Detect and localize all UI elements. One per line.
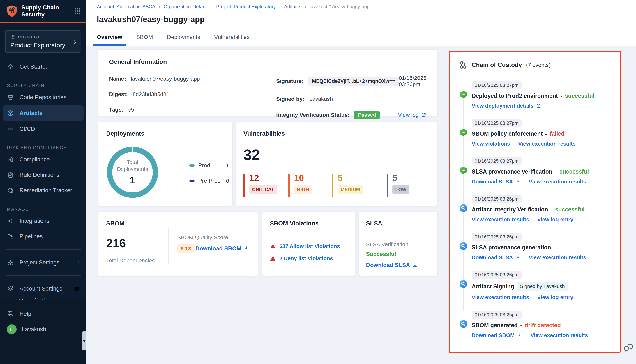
- view-execution-results-link[interactable]: View execution results: [529, 254, 586, 260]
- sidebar-item-help[interactable]: ? Help: [0, 306, 86, 322]
- donut-center-label: Total Deployments: [115, 159, 150, 172]
- breadcrumb-organization[interactable]: Organization: default: [164, 4, 208, 10]
- infinity-icon: [6, 126, 14, 132]
- severity-critical: 12 CRITICAL: [244, 174, 288, 197]
- view-execution-results-link[interactable]: View execution results: [518, 141, 576, 147]
- sidebar-item-code-repositories[interactable]: Code Repositories: [0, 90, 86, 105]
- sidebar-item-rule-definitions[interactable]: Rule Definitions: [0, 167, 86, 183]
- chain-timeline: ∞ 01/16/2025 03:27pm Deployed to Prod2 e…: [459, 81, 613, 338]
- legend-swatch-pre-prod: [189, 180, 194, 182]
- severity-badge: HIGH: [294, 185, 312, 194]
- card-title: SLSA: [366, 220, 430, 227]
- event-status: successful: [559, 168, 589, 175]
- slsa-verification-label: SLSA Verification: [366, 241, 430, 248]
- tab-overview[interactable]: Overview: [97, 34, 122, 46]
- allow-list-violations-row: 637 Allow list Violations: [270, 243, 348, 249]
- download-icon: [515, 255, 520, 260]
- severity-count: 5: [338, 174, 387, 182]
- sidebar-section-supply-chain: SUPPLY CHAIN: [0, 83, 86, 88]
- chain-event: ∞ 01/16/2025 03:27pm SLSA provenance ver…: [459, 157, 613, 185]
- cube-wrench-icon: [6, 187, 14, 194]
- project-selector[interactable]: PROJECT Product Exploratory ›: [5, 30, 81, 53]
- view-deployment-details-link[interactable]: View deployment details: [472, 103, 541, 109]
- chain-event: 01/16/2025 03:26pm Artifact Integrity Ve…: [459, 195, 613, 223]
- chain-event: 01/16/2025 03:26pm SLSA provenance gener…: [459, 233, 613, 260]
- vulnerabilities-total: 32: [244, 146, 430, 163]
- deny-list-violations-link[interactable]: 2 Deny list Violations: [279, 256, 333, 262]
- view-log-entry-link[interactable]: View log entry: [537, 216, 573, 223]
- scan-circle-icon: [459, 280, 468, 288]
- download-sbom-link[interactable]: Download SBOM: [196, 245, 249, 252]
- sidebar-item-label: Integrations: [20, 218, 49, 224]
- event-title: Artifact Signing: [472, 283, 514, 290]
- project-selector-value: Product Exploratory: [10, 42, 74, 49]
- download-sbom-link[interactable]: Download SBOM: [472, 332, 522, 338]
- download-slsa-link[interactable]: Download SLSA: [472, 179, 520, 185]
- breadcrumb-account[interactable]: Account: Automation-SSCA: [97, 4, 155, 10]
- sbom-quality-score-value: 6.13: [177, 244, 194, 253]
- severity-breakdown: 12 CRITICAL 10 HIGH 5 MEDIUM 5 LOW: [244, 174, 430, 197]
- allow-list-violations-link[interactable]: 637 Allow list Violations: [279, 243, 340, 249]
- link-label: Download SLSA: [472, 179, 513, 185]
- sidebar-item-artifacts[interactable]: Artifacts: [3, 106, 84, 121]
- sidebar-section-manage: MANAGE: [0, 207, 86, 212]
- sidebar-item-pipelines[interactable]: Pipelines: [0, 229, 86, 244]
- sidebar-item-compliance[interactable]: Compliance: [0, 152, 86, 167]
- link-label: Download SLSA: [472, 254, 513, 260]
- warning-triangle-icon: [270, 243, 276, 249]
- info-icon[interactable]: [74, 286, 80, 292]
- severity-count: 10: [294, 174, 332, 182]
- breadcrumb-separator: ›: [211, 4, 213, 10]
- svg-text:∞: ∞: [462, 92, 465, 96]
- severity-high: 10 HIGH: [288, 174, 332, 197]
- severity-badge: LOW: [392, 185, 410, 194]
- chevron-right-icon: ›: [74, 38, 76, 46]
- clipboard-check-icon: [6, 172, 14, 178]
- event-status: successful: [555, 206, 584, 213]
- tab-sbom[interactable]: SBOM: [136, 34, 153, 46]
- event-dash: -: [550, 206, 552, 213]
- deployments-legend: Prod 1 Pre Prod 0: [189, 162, 229, 184]
- divider: [6, 276, 80, 276]
- breadcrumb-project[interactable]: Project: Product Exploratory: [216, 4, 276, 10]
- support-chat-bubbles-icon[interactable]: [622, 342, 634, 354]
- digest-value: 8d23bd3b5d8f: [133, 91, 168, 97]
- document-search-icon: [6, 156, 14, 163]
- event-dash: -: [545, 130, 547, 137]
- breadcrumb-artifacts[interactable]: Artifacts: [284, 4, 302, 10]
- sidebar-item-project-settings[interactable]: Project Settings ›: [0, 255, 86, 270]
- view-execution-results-link[interactable]: View execution results: [529, 179, 586, 185]
- sidebar-item-integrations[interactable]: Integrations: [0, 213, 86, 229]
- tab-vulnerabilities[interactable]: Vulnerabilities: [214, 34, 250, 46]
- sidebar-item-cicd[interactable]: CI/CD: [0, 121, 86, 137]
- download-slsa-link[interactable]: Download SLSA: [472, 254, 520, 260]
- signature-value[interactable]: MEQCICde2VjIT...bL+2+mqnOXw==: [308, 77, 399, 86]
- view-log-link[interactable]: View log: [398, 112, 426, 118]
- view-execution-results-link[interactable]: View execution results: [530, 332, 588, 338]
- collapse-arrow-icon: [83, 339, 86, 343]
- event-status: successful: [565, 92, 594, 99]
- code-bucket-icon: [6, 94, 14, 101]
- svg-text:?: ?: [9, 312, 11, 314]
- sidebar-item-account-settings[interactable]: Account Settings: [0, 281, 86, 296]
- view-violations-link[interactable]: View violations: [472, 141, 510, 147]
- slsa-card: SLSA SLSA Verification Successful Downlo…: [358, 212, 438, 276]
- severity-medium: 5 MEDIUM: [332, 174, 387, 197]
- tab-deployments[interactable]: Deployments: [167, 34, 200, 46]
- sidebar-item-remediation-tracker[interactable]: Remediation Tracker: [0, 183, 86, 198]
- sidebar-item-get-started[interactable]: Get Started: [0, 59, 86, 74]
- tags-label: Tags:: [109, 106, 124, 113]
- view-log-entry-link[interactable]: View log entry: [537, 294, 573, 300]
- sidebar-collapse-handle[interactable]: [82, 331, 86, 350]
- user-menu[interactable]: L Lavakush: [0, 322, 86, 337]
- sidebar-item-label: Pipelines: [20, 233, 43, 240]
- app-grid-icon[interactable]: [74, 7, 81, 15]
- download-slsa-link[interactable]: Download SLSA: [366, 262, 418, 268]
- chevron-right-icon: ›: [78, 259, 80, 266]
- legend-value: 1: [226, 162, 229, 168]
- layers-gear-icon: [6, 285, 14, 292]
- event-timestamp: 01/16/2025 03:25pm: [472, 311, 522, 319]
- sidebar-item-label: Rule Definitions: [20, 172, 60, 178]
- view-execution-results-link[interactable]: View execution results: [472, 294, 529, 300]
- view-execution-results-link[interactable]: View execution results: [472, 216, 529, 223]
